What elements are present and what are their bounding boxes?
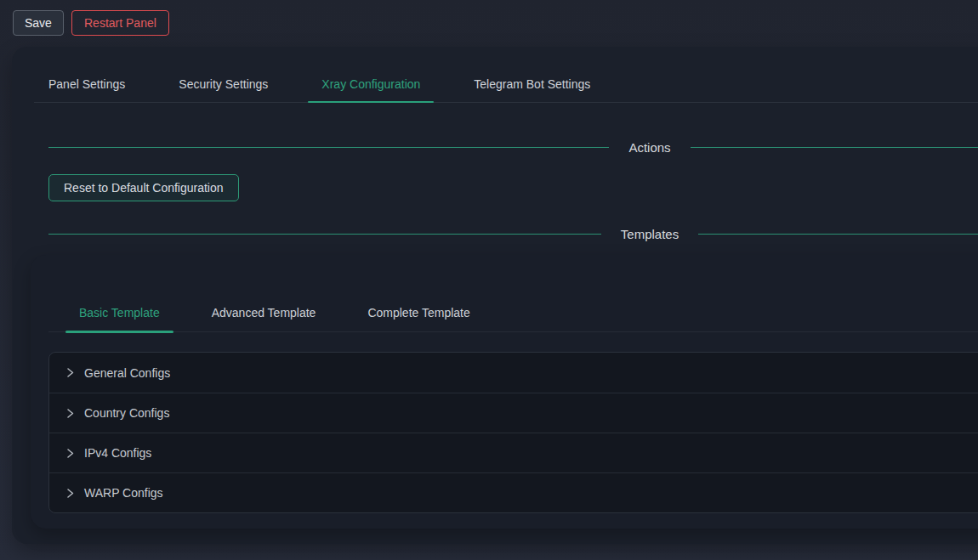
restart-panel-button[interactable]: Restart Panel <box>71 10 169 36</box>
chevron-right-icon <box>65 448 76 459</box>
accordion-item-general-configs[interactable]: General Configs <box>49 353 978 393</box>
accordion-item-country-configs[interactable]: Country Configs <box>49 393 978 433</box>
settings-card: Panel Settings Security Settings Xray Co… <box>12 47 978 544</box>
templates-divider-label: Templates <box>601 227 698 241</box>
tab-telegram-bot-settings[interactable]: Telegram Bot Settings <box>460 72 604 102</box>
accordion-item-warp-configs[interactable]: WARP Configs <box>49 472 978 512</box>
accordion-item-label: WARP Configs <box>84 486 163 500</box>
tab-advanced-template[interactable]: Advanced Template <box>198 304 330 331</box>
tab-complete-template[interactable]: Complete Template <box>354 304 483 331</box>
accordion-item-ipv4-configs[interactable]: IPv4 Configs <box>49 433 978 472</box>
accordion-item-label: IPv4 Configs <box>84 446 151 460</box>
actions-divider: Actions <box>48 140 978 155</box>
chevron-right-icon <box>65 488 76 499</box>
topbar: Save Restart Panel <box>0 0 978 47</box>
tab-xray-configuration[interactable]: Xray Configuration <box>308 72 434 102</box>
accordion-item-label: Country Configs <box>84 406 169 420</box>
chevron-right-icon <box>65 408 76 419</box>
template-tabs: Basic Template Advanced Template Complet… <box>48 304 978 332</box>
templates-divider: Templates <box>48 227 978 241</box>
settings-tabs: Panel Settings Security Settings Xray Co… <box>34 72 978 103</box>
tab-panel-settings[interactable]: Panel Settings <box>35 72 139 102</box>
templates-card: Basic Template Advanced Template Complet… <box>31 255 978 529</box>
configs-accordion: General Configs Country Configs IPv4 Con… <box>48 352 978 513</box>
accordion-item-label: General Configs <box>84 366 170 380</box>
actions-divider-label: Actions <box>609 140 690 155</box>
reset-default-configuration-button[interactable]: Reset to Default Configuration <box>48 174 239 201</box>
tab-basic-template[interactable]: Basic Template <box>65 304 173 331</box>
save-button[interactable]: Save <box>13 10 64 36</box>
tab-security-settings[interactable]: Security Settings <box>165 72 281 102</box>
chevron-right-icon <box>65 367 76 378</box>
